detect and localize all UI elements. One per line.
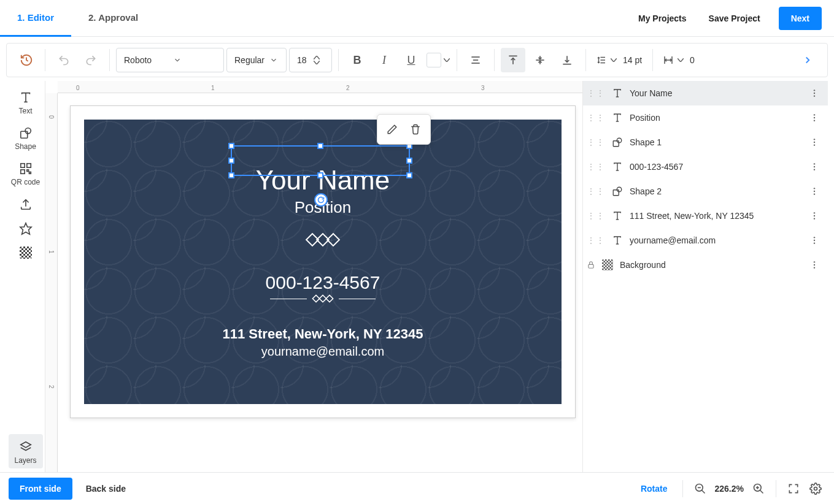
add-text-tool[interactable]: Text: [9, 85, 43, 119]
layer-more-button[interactable]: [807, 110, 822, 125]
layer-more-button[interactable]: [807, 208, 822, 223]
svg-point-55: [814, 163, 815, 164]
layer-row[interactable]: ⋮⋮Shape 2: [583, 179, 828, 204]
font-family-select[interactable]: Roboto: [116, 48, 224, 72]
svg-point-71: [814, 240, 815, 241]
layer-more-button[interactable]: [807, 184, 822, 199]
next-button[interactable]: Next: [779, 7, 822, 30]
resize-handle-bl[interactable]: [228, 172, 234, 178]
tab-editor[interactable]: 1. Editor: [0, 0, 71, 37]
underline-button[interactable]: U: [399, 48, 423, 72]
align-top-button[interactable]: [501, 48, 525, 72]
svg-rect-21: [20, 164, 24, 167]
resize-handle-mr[interactable]: [406, 158, 412, 164]
svg-point-72: [814, 242, 815, 243]
layer-row[interactable]: ⋮⋮000-123-4567: [583, 155, 828, 179]
svg-rect-30: [20, 246, 32, 259]
layer-name: Shape 1: [630, 137, 801, 147]
drag-handle-icon[interactable]: ⋮⋮: [587, 137, 605, 147]
layer-row[interactable]: ⋮⋮yourname@email.com: [583, 228, 828, 253]
svg-rect-76: [602, 259, 613, 270]
add-qrcode-tool[interactable]: QR code: [9, 156, 43, 190]
selection-actions: [377, 114, 431, 145]
resize-handle-tl[interactable]: [228, 143, 234, 149]
layer-row[interactable]: ⋮⋮Your Name: [583, 81, 828, 105]
bold-button[interactable]: B: [345, 48, 369, 72]
toolbar-more-button[interactable]: [795, 48, 820, 72]
italic-button[interactable]: I: [372, 48, 396, 72]
add-shape-tool[interactable]: Shape: [9, 120, 43, 155]
chevron-down-icon: [269, 56, 280, 64]
font-size-select[interactable]: 18: [289, 48, 332, 72]
canvas-area[interactable]: 0 1 2 3 0 1 2 Your Name Position: [45, 81, 582, 472]
svg-point-87: [814, 487, 817, 490]
settings-button[interactable]: [806, 479, 825, 498]
front-side-button[interactable]: Front side: [9, 478, 72, 500]
zoom-in-button[interactable]: [749, 479, 768, 498]
layer-more-button[interactable]: [807, 258, 822, 272]
history-icon[interactable]: [14, 48, 39, 72]
rotate-handle[interactable]: [314, 193, 328, 207]
tracking-value: 0: [690, 55, 702, 65]
layer-type-icon: [611, 235, 624, 246]
add-text-label: Text: [18, 107, 32, 115]
my-projects-link[interactable]: My Projects: [627, 13, 698, 23]
font-style-select[interactable]: Regular: [226, 48, 287, 72]
fullscreen-button[interactable]: [784, 479, 803, 498]
drag-handle-icon[interactable]: ⋮⋮: [587, 235, 605, 245]
layer-row[interactable]: ⋮⋮Shape 1: [583, 130, 828, 155]
drag-handle-icon[interactable]: ⋮⋮: [587, 113, 605, 123]
selection-box[interactable]: [231, 145, 410, 176]
align-horizontal-button[interactable]: [463, 48, 488, 72]
add-shape-label: Shape: [15, 142, 36, 151]
edit-button[interactable]: [381, 118, 403, 140]
layers-tool[interactable]: Layers: [9, 434, 43, 468]
layer-more-button[interactable]: [807, 135, 822, 150]
svg-point-56: [814, 166, 815, 167]
svg-point-66: [814, 215, 815, 216]
save-project-link[interactable]: Save Project: [698, 13, 771, 23]
svg-point-59: [617, 187, 622, 192]
layer-more-button[interactable]: [807, 159, 822, 174]
card-phone-text[interactable]: 000-123-4567: [266, 272, 380, 293]
layer-more-button[interactable]: [807, 233, 822, 248]
card-decor-shape-1[interactable]: [304, 232, 341, 248]
resize-handle-br[interactable]: [406, 172, 412, 178]
layer-more-button[interactable]: [807, 86, 822, 101]
drag-handle-icon[interactable]: ⋮⋮: [587, 211, 605, 221]
tracking-button[interactable]: [659, 48, 687, 72]
drag-handle-icon[interactable]: ⋮⋮: [587, 88, 605, 98]
line-height-button[interactable]: [592, 48, 620, 72]
layer-row[interactable]: ⋮⋮Position: [583, 105, 828, 130]
redo-button[interactable]: [79, 48, 103, 72]
stepper-icon: [314, 56, 325, 64]
undo-button[interactable]: [52, 48, 76, 72]
svg-point-46: [814, 117, 815, 118]
text-color-button[interactable]: [426, 48, 450, 72]
layer-name: yourname@email.com: [630, 235, 801, 245]
drag-handle-icon[interactable]: ⋮⋮: [587, 162, 605, 172]
layer-row[interactable]: Background: [583, 253, 828, 277]
drag-handle-icon[interactable]: ⋮⋮: [587, 186, 605, 196]
ruler-vertical: 0 1 2: [45, 93, 58, 472]
tab-approval[interactable]: 2. Approval: [71, 0, 155, 37]
texture-tool[interactable]: [9, 240, 43, 262]
upload-tool[interactable]: [9, 191, 43, 215]
layer-row[interactable]: ⋮⋮111 Street, New-York, NY 12345: [583, 204, 828, 228]
delete-button[interactable]: [404, 118, 427, 140]
card-address-text[interactable]: 111 Street, New-York, NY 12345: [223, 326, 423, 342]
back-side-button[interactable]: Back side: [75, 478, 137, 500]
zoom-out-button[interactable]: [690, 479, 710, 498]
svg-point-42: [814, 95, 815, 96]
favorites-tool[interactable]: [9, 216, 43, 239]
layer-name: Shape 2: [630, 186, 801, 196]
align-bottom-button[interactable]: [555, 48, 579, 72]
resize-handle-tm[interactable]: [317, 143, 323, 149]
svg-marker-31: [20, 442, 31, 448]
rotate-button[interactable]: Rotate: [633, 484, 675, 494]
align-middle-button[interactable]: [528, 48, 552, 72]
resize-handle-bm[interactable]: [317, 172, 323, 178]
resize-handle-ml[interactable]: [228, 158, 234, 164]
card-decor-shape-2[interactable]: [270, 294, 376, 303]
card-email-text[interactable]: yourname@email.com: [261, 345, 384, 359]
